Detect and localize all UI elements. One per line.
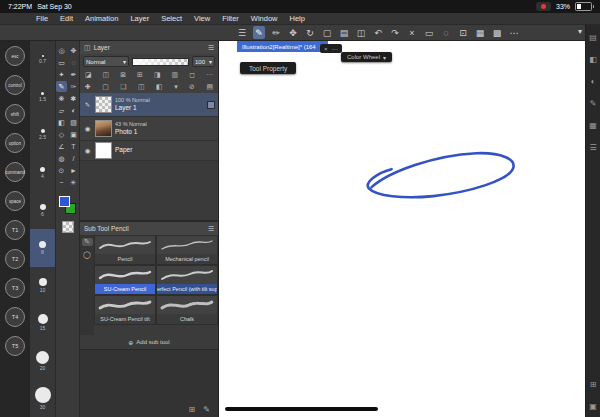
menu-file[interactable]: File [36, 14, 48, 23]
edge-key-command[interactable]: command [5, 162, 25, 182]
canvas[interactable] [218, 41, 585, 417]
edge-key-t3[interactable]: T3 [5, 278, 25, 298]
magic-wand-tool-icon[interactable]: ✦ [56, 69, 67, 80]
menu-window[interactable]: Window [251, 14, 278, 23]
edge-key-t1[interactable]: T1 [5, 220, 25, 240]
brush-size-item[interactable]: 30 [30, 379, 55, 417]
add-palette-icon[interactable]: ⊞ [189, 405, 196, 414]
menu-icon[interactable]: ☰ [236, 26, 248, 39]
layer-mask-icon[interactable]: ◧ [156, 83, 163, 91]
eyedropper-icon[interactable]: ✏ [270, 26, 282, 39]
opacity-slider[interactable] [132, 58, 189, 66]
document-tab[interactable]: Illustration2[Realtime]* (164 ▾ [237, 41, 328, 52]
brush-size-item[interactable]: 6 [30, 191, 55, 229]
brush-size-item[interactable]: 4 [30, 154, 55, 192]
lock-alpha-icon[interactable]: ⊞ [137, 71, 143, 79]
edge-key-control[interactable]: control [5, 75, 25, 95]
layer-color-badge[interactable] [207, 101, 215, 109]
text-tool-icon[interactable]: T [68, 141, 79, 152]
color-wheel-palette-pill[interactable]: Color Wheel ▾ [341, 52, 392, 62]
lasso-tool-icon[interactable]: ◌ [68, 57, 79, 68]
redo-icon[interactable]: ↷ [389, 26, 401, 39]
opacity-value[interactable]: 100 ▾ [192, 56, 215, 67]
select-area-icon[interactable]: ▭ [423, 26, 435, 39]
save-icon[interactable]: ◫ [355, 26, 367, 39]
visibility-eye-icon[interactable]: ◉ [83, 147, 92, 155]
duplicate-layer-icon[interactable]: ❏ [120, 83, 126, 91]
merge-down-icon[interactable]: ◫ [138, 83, 145, 91]
home-indicator[interactable] [225, 407, 378, 411]
ruler-area-icon[interactable]: ▥ [172, 71, 179, 79]
mask-icon[interactable]: ◨ [154, 71, 161, 79]
edge-key-t4[interactable]: T4 [5, 307, 25, 327]
new-file-icon[interactable]: ▢ [321, 26, 333, 39]
material-icon[interactable]: ▩ [491, 26, 503, 39]
hand-icon[interactable]: ✥ [287, 26, 299, 39]
edge-key-space[interactable]: space [5, 191, 25, 211]
blend-tool-icon[interactable]: ◐ [68, 105, 79, 116]
new-folder-icon[interactable]: ▢ [102, 83, 109, 91]
edge-key-shift[interactable]: shift [5, 104, 25, 124]
brush-tool-icon[interactable]: ✑ [68, 81, 79, 92]
quick-access-icon[interactable]: ▣ [589, 402, 597, 411]
pencil-group-icon[interactable]: ✎ [82, 238, 93, 246]
special-tool-icon[interactable]: ✳ [68, 177, 79, 188]
edge-key-t2[interactable]: T2 [5, 249, 25, 269]
rotate-icon[interactable]: ↻ [304, 26, 316, 39]
menu-layer[interactable]: Layer [130, 14, 149, 23]
clip-icon[interactable]: ◪ [85, 71, 92, 79]
brush-size-item[interactable]: 1.5 [30, 79, 55, 117]
navigator-dock-icon[interactable]: ☰ [589, 143, 596, 152]
brush-size-item[interactable]: 15 [30, 304, 55, 342]
add-subtool-button[interactable]: ⊕ Add sub tool [80, 335, 218, 349]
layer-row-paper[interactable]: ◉ Paper [80, 141, 218, 161]
frame-tool-icon[interactable]: ▣ [68, 129, 79, 140]
menu-view[interactable]: View [194, 14, 210, 23]
frame-border-icon[interactable]: ◻ [189, 71, 195, 79]
deselect-icon[interactable]: ◌ [440, 26, 452, 39]
correct-line-tool-icon[interactable]: ~ [56, 177, 67, 188]
brush-size-item[interactable]: 2.5 [30, 116, 55, 154]
grid-icon[interactable]: ▦ [474, 26, 486, 39]
undo-icon[interactable]: ↶ [372, 26, 384, 39]
tool-property-palette-pill[interactable]: Tool Property [240, 62, 296, 74]
screen-record-indicator[interactable] [536, 2, 551, 11]
edge-key-t5[interactable]: T5 [5, 336, 25, 356]
subtool-panel-menu-icon[interactable]: ☰ [208, 225, 214, 233]
menu-select[interactable]: Select [161, 14, 182, 23]
material-drawer-icon[interactable]: ⊞ [590, 380, 597, 389]
brush-size-item-selected[interactable]: 8 [30, 229, 55, 267]
menu-animation[interactable]: Animation [85, 14, 118, 23]
gradient-tool-icon[interactable]: ▨ [68, 117, 79, 128]
tool-property-dock-icon[interactable]: ▤ [589, 33, 597, 42]
move-tool-icon[interactable]: ✥ [68, 45, 79, 56]
operation-tool-icon[interactable]: ► [68, 165, 79, 176]
pen-tool-icon[interactable]: ✒ [68, 69, 79, 80]
menu-edit[interactable]: Edit [60, 14, 73, 23]
reference-icon[interactable]: ◫ [103, 71, 110, 79]
apply-icon[interactable]: ▾ [174, 83, 178, 91]
airbrush-tool-icon[interactable]: ❋ [56, 93, 67, 104]
fill-tool-icon[interactable]: ◧ [56, 117, 67, 128]
balloon-tool-icon[interactable]: ◍ [56, 153, 67, 164]
menu-filter[interactable]: Filter [222, 14, 239, 23]
decoration-tool-icon[interactable]: ✱ [68, 93, 79, 104]
layer-row-photo1[interactable]: ◉ 43 % Normal Photo 1 [80, 117, 218, 141]
subtool-su-cream-pencil[interactable]: SU-Cream Pencil [94, 265, 156, 295]
subtool-chalk[interactable]: Chalk [156, 295, 218, 325]
lock-icon[interactable]: ⊠ [120, 71, 126, 79]
blend-mode-select[interactable]: Normal ▾ [83, 56, 129, 67]
pastel-group-icon[interactable]: ◯ [83, 251, 91, 259]
menu-help[interactable]: Help [290, 14, 305, 23]
new-layer-icon[interactable]: ✚ [85, 83, 91, 91]
more-icon[interactable]: ⋯ [332, 45, 338, 52]
layer-dock-icon[interactable]: ▦ [589, 121, 597, 130]
more-options-icon[interactable]: ⋯ [206, 71, 213, 79]
ruler-tool-icon[interactable]: ∠ [56, 141, 67, 152]
subtool-pencil[interactable]: Pencil [94, 235, 156, 265]
eyedrop-tool-icon[interactable]: ⊙ [56, 165, 67, 176]
sub-tool-dock-icon[interactable]: ✎ [590, 99, 597, 108]
palette-options-icon[interactable]: ▤ [206, 83, 213, 91]
pencil-tool-icon[interactable]: ✎ [56, 81, 67, 92]
crop-icon[interactable]: ⊡ [457, 26, 469, 39]
